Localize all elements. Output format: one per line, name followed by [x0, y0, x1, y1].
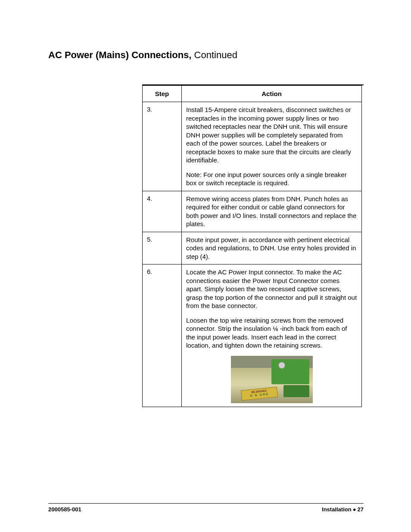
steps-table: Step Action 3.Install 15-Ampere circuit … — [142, 85, 362, 407]
step-cell: 6. — [143, 264, 182, 407]
connector-label: 85-264VACH N GRD — [240, 386, 277, 401]
action-paragraph: Note: For one input power sources only a… — [186, 171, 357, 187]
action-paragraph: Loosen the top wire retaining screws fro… — [186, 316, 357, 350]
document-page: AC Power (Mains) Connections, Continued … — [0, 0, 411, 532]
action-cell: Remove wiring access plates from DNH. Pu… — [182, 191, 362, 232]
steps-table-wrapper: Step Action 3.Install 15-Ampere circuit … — [142, 84, 364, 407]
step-cell: 5. — [143, 232, 182, 264]
table-row: 5.Route input power, in accordance with … — [143, 232, 362, 264]
action-paragraph: Route input power, in accordance with pe… — [186, 236, 357, 261]
step-cell: 4. — [143, 191, 182, 232]
header-action: Action — [182, 86, 362, 102]
connector-block — [271, 359, 309, 384]
heading-continued: Continued — [194, 50, 237, 60]
action-paragraph: Install 15-Ampere circuit breakers, disc… — [186, 106, 357, 165]
action-cell: Route input power, in accordance with pe… — [182, 232, 362, 264]
ac-connector-photo: 85-264VACH N GRD — [231, 356, 313, 403]
footer-section: Installation — [322, 506, 352, 513]
page-heading: AC Power (Mains) Connections, Continued — [48, 50, 364, 61]
screw-icon — [278, 362, 285, 369]
table-row: 4.Remove wiring access plates from DNH. … — [143, 191, 362, 232]
page-footer: 2000585-001 Installation●27 — [48, 503, 364, 513]
connector-base — [283, 385, 309, 397]
footer-right: Installation●27 — [322, 506, 364, 513]
action-paragraph: Locate the AC Power Input connector. To … — [186, 268, 357, 310]
table-row: 6.Locate the AC Power Input connector. T… — [143, 264, 362, 407]
action-cell: Locate the AC Power Input connector. To … — [182, 264, 362, 407]
footer-doc-number: 2000585-001 — [48, 506, 81, 513]
header-step: Step — [143, 86, 182, 102]
heading-title: AC Power (Mains) Connections, — [48, 50, 191, 60]
step-cell: 3. — [143, 102, 182, 191]
bullet-icon: ● — [353, 506, 356, 513]
table-row: 3.Install 15-Ampere circuit breakers, di… — [143, 102, 362, 191]
footer-page-number: 27 — [358, 506, 364, 513]
action-paragraph: Remove wiring access plates from DNH. Pu… — [186, 195, 357, 228]
action-cell: Install 15-Ampere circuit breakers, disc… — [182, 102, 362, 191]
